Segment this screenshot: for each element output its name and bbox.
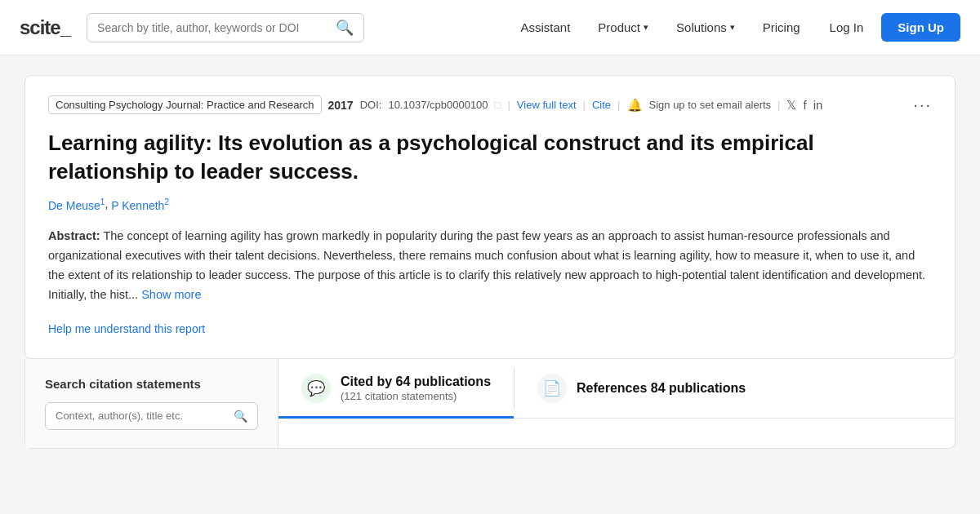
meta-pipe-3: | — [617, 99, 620, 111]
linkedin-icon[interactable]: in — [813, 98, 823, 112]
journal-name: Consulting Psychology Journal: Practice … — [48, 95, 322, 114]
show-more-link[interactable]: Show more — [141, 288, 201, 301]
more-options-icon[interactable]: ··· — [913, 95, 932, 114]
tabs-row: 💬 Cited by 64 publications (121 citation… — [278, 359, 955, 419]
paper-title: Learning agility: Its evolution as a psy… — [48, 129, 932, 186]
tab-references[interactable]: 📄 References 84 publications — [514, 359, 768, 419]
author-separator: , — [105, 197, 108, 212]
navbar: scite_ 🔍 Assistant Product ▾ Solutions ▾… — [0, 0, 980, 55]
cited-by-icon: 💬 — [301, 374, 331, 403]
nav-assistant[interactable]: Assistant — [509, 14, 581, 41]
paper-meta-bar: Consulting Psychology Journal: Practice … — [48, 95, 932, 114]
references-label: References 84 publications — [577, 380, 746, 396]
cited-by-label-group: Cited by 64 publications (121 citation s… — [341, 374, 491, 401]
cite-link[interactable]: Cite — [592, 99, 611, 111]
signup-button[interactable]: Sign Up — [881, 13, 960, 42]
twitter-icon[interactable]: 𝕏 — [786, 98, 796, 113]
doi-value: 10.1037/cpb0000100 — [388, 99, 488, 111]
cited-by-label: Cited by 64 publications — [341, 374, 491, 389]
search-input[interactable] — [97, 21, 329, 34]
meta-divider-1: □ — [495, 99, 501, 111]
citation-search-panel: Search citation statements 🔍 — [25, 359, 278, 448]
tabs-panel: 💬 Cited by 64 publications (121 citation… — [278, 359, 955, 448]
abstract-label: Abstract: — [48, 229, 100, 242]
facebook-icon[interactable]: f — [803, 98, 806, 112]
authors: De Meuse1 , P Kenneth2 — [48, 197, 932, 212]
help-link[interactable]: Help me understand this report — [48, 322, 205, 335]
product-chevron-icon: ▾ — [644, 22, 648, 33]
tab-cited-by[interactable]: 💬 Cited by 64 publications (121 citation… — [278, 359, 514, 419]
bottom-section: Search citation statements 🔍 💬 Cited by … — [24, 359, 956, 449]
references-label-group: References 84 publications — [577, 380, 746, 396]
main-content: Consulting Psychology Journal: Practice … — [8, 55, 972, 449]
citation-search-title: Search citation statements — [45, 377, 258, 391]
search-box[interactable]: 🔍 — [87, 13, 364, 42]
nav-solutions[interactable]: Solutions ▾ — [665, 14, 746, 41]
view-full-text-link[interactable]: View full text — [517, 99, 577, 111]
nav-product[interactable]: Product ▾ — [586, 14, 660, 41]
citation-search-icon: 🔍 — [234, 410, 247, 423]
abstract-section: Abstract: The concept of learning agilit… — [48, 227, 932, 305]
author-1-link[interactable]: De Meuse1 — [48, 197, 105, 212]
meta-pipe-1: | — [507, 99, 510, 111]
solutions-chevron-icon: ▾ — [730, 22, 735, 33]
logo-text: scite_ — [20, 16, 70, 38]
meta-pipe-2: | — [583, 99, 586, 111]
alert-text: Sign up to set email alerts — [649, 99, 772, 111]
bell-icon: 🔔 — [627, 98, 643, 113]
publication-year: 2017 — [328, 99, 354, 112]
login-button[interactable]: Log In — [817, 14, 877, 41]
nav-links: Assistant Product ▾ Solutions ▾ Pricing … — [509, 13, 960, 42]
meta-pipe-4: | — [777, 99, 780, 111]
search-icon[interactable]: 🔍 — [336, 19, 354, 37]
paper-card: Consulting Psychology Journal: Practice … — [24, 75, 956, 359]
cited-by-sub: (121 citation statements) — [341, 390, 491, 402]
citation-context-input[interactable] — [56, 410, 227, 422]
nav-pricing[interactable]: Pricing — [751, 14, 812, 41]
doi-label: DOI: — [360, 99, 382, 111]
references-icon: 📄 — [537, 374, 567, 403]
logo[interactable]: scite_ — [20, 16, 70, 39]
social-icons: 𝕏 f in — [786, 98, 822, 113]
citation-search-input-box[interactable]: 🔍 — [45, 402, 258, 430]
author-2-link[interactable]: P Kenneth2 — [111, 197, 169, 212]
